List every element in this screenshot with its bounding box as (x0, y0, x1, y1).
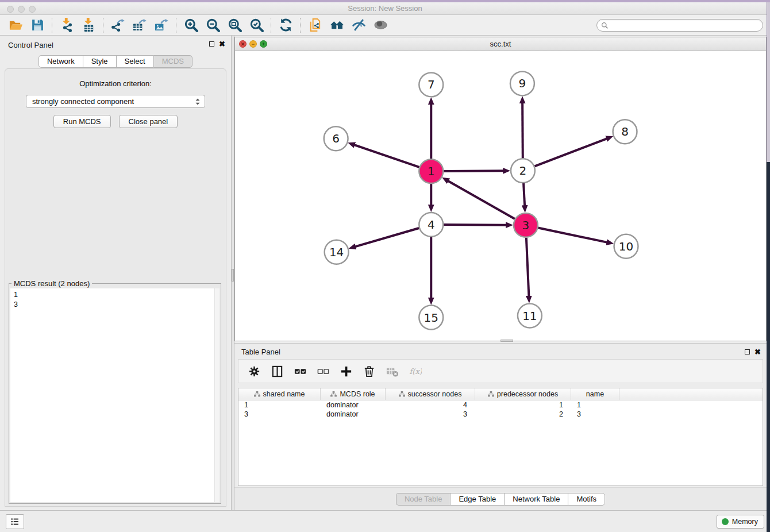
close-panel-icon[interactable]: ✖ (219, 41, 225, 47)
graph-node-1[interactable]: 1 (419, 159, 443, 183)
memory-button[interactable]: Memory (717, 515, 764, 529)
first-neighbors-button[interactable] (326, 17, 348, 34)
graph-edge-4-14[interactable] (353, 228, 419, 247)
graph-node-9[interactable]: 9 (510, 71, 534, 95)
splitter-grip[interactable] (232, 269, 234, 282)
export-table-button[interactable] (129, 17, 151, 34)
graph-edge-3-11[interactable] (526, 238, 529, 298)
graph-node-15[interactable]: 15 (419, 306, 443, 330)
search-input[interactable] (609, 21, 763, 29)
graph-node-10[interactable]: 10 (614, 234, 638, 259)
table-cell[interactable]: 3 (238, 410, 321, 419)
column-header-name[interactable]: name (571, 388, 619, 400)
graph-edge-2-9[interactable] (522, 101, 523, 158)
tab-motifs[interactable]: Motifs (568, 493, 605, 506)
graph-node-8[interactable]: 8 (613, 119, 637, 144)
select-chevrons-icon (194, 97, 202, 106)
table-cell[interactable]: 1 (571, 400, 619, 410)
graph-node-3[interactable]: 3 (514, 213, 538, 237)
mcds-result-text[interactable]: 1 3 (10, 288, 214, 502)
table-header-row: shared nameMCDS rolesuccessor nodesprede… (238, 388, 763, 400)
table-cell[interactable]: dominator (321, 400, 386, 410)
tab-network[interactable]: Network (38, 55, 83, 68)
hide-selected-button[interactable] (348, 17, 369, 34)
criterion-select[interactable]: strongly connected component (26, 95, 205, 108)
column-header-mcds-role[interactable]: MCDS role (321, 388, 386, 400)
uncheck-all-button[interactable] (313, 362, 333, 380)
table-close-panel-icon[interactable]: ✖ (754, 349, 761, 354)
task-history-button[interactable] (6, 514, 24, 529)
gear-button[interactable] (244, 362, 264, 380)
export-image-button[interactable] (151, 17, 172, 34)
graph-node-7[interactable]: 7 (419, 72, 443, 97)
show-all-button[interactable] (369, 17, 391, 34)
columns-button[interactable] (267, 362, 287, 380)
graph-node-11[interactable]: 11 (518, 304, 542, 328)
delete-column-button[interactable] (359, 362, 379, 380)
zoom-selected-button[interactable] (245, 17, 267, 34)
zoom-out-button[interactable] (202, 17, 224, 34)
run-mcds-button[interactable]: Run MCDS (53, 115, 111, 128)
network-canvas[interactable]: 7968124314101511 (235, 51, 766, 341)
result-scrollbar[interactable] (214, 288, 220, 502)
tab-select[interactable]: Select (116, 55, 153, 68)
column-header-label: shared name (263, 390, 305, 398)
graph-edge-2-8[interactable] (534, 138, 608, 166)
graph-edge-4-3[interactable] (444, 225, 508, 225)
check-all-button[interactable] (290, 362, 310, 380)
app-title: Session: New Session (0, 4, 770, 13)
table-cell[interactable]: 4 (386, 400, 475, 410)
save-session-icon (30, 18, 45, 32)
graph-edge-3-1[interactable] (446, 180, 515, 219)
table-cell[interactable]: 1 (238, 400, 321, 410)
close-panel-button[interactable]: Close panel (119, 115, 178, 128)
toolbar-separator (52, 18, 52, 33)
graph-edge-2-3[interactable] (523, 183, 525, 207)
refresh-button[interactable] (275, 17, 297, 34)
table-row[interactable]: 3dominator323 (238, 410, 763, 419)
search-box[interactable] (596, 19, 763, 32)
graph-edge-1-6[interactable] (353, 144, 419, 167)
graph-node-2[interactable]: 2 (511, 159, 535, 183)
graph-node-14[interactable]: 14 (325, 240, 349, 264)
memory-label: Memory (732, 518, 758, 526)
export-network-button[interactable] (107, 17, 129, 34)
status-bar: Memory (0, 510, 770, 532)
tab-network-table[interactable]: Network Table (504, 493, 568, 506)
import-table-button[interactable] (78, 17, 99, 34)
float-panel-icon[interactable] (209, 41, 214, 47)
table-cell[interactable]: 2 (475, 410, 571, 419)
zoom-in-button[interactable] (180, 17, 202, 34)
save-session-button[interactable] (26, 17, 48, 34)
graph-edge-3-10[interactable] (538, 228, 609, 242)
column-header-shared-name[interactable]: shared name (238, 388, 321, 400)
graph-edge-1-2[interactable] (444, 171, 505, 171)
table-float-panel-icon[interactable] (745, 349, 750, 354)
table-cell[interactable]: 3 (571, 410, 619, 419)
column-header-predecessor-nodes[interactable]: predecessor nodes (475, 388, 571, 400)
tab-mcds[interactable]: MCDS (153, 55, 192, 68)
table-panel-header: Table Panel ✖ (234, 344, 767, 358)
mcds-result-title: MCDS result (2 nodes) (11, 279, 92, 288)
graph-node-4[interactable]: 4 (419, 213, 443, 237)
new-network-from-selection-button[interactable] (304, 17, 326, 34)
horizontal-splitter-grip[interactable] (500, 340, 513, 342)
toolbar-icon-group (0, 17, 391, 34)
add-column-button[interactable] (336, 362, 356, 380)
graph-node-label: 14 (329, 245, 344, 259)
desktop-strip-right-top (767, 2, 770, 162)
table-cell[interactable]: 3 (386, 410, 475, 419)
open-session-button[interactable] (5, 17, 26, 34)
table-cell[interactable]: 1 (475, 400, 571, 410)
graph-node-6[interactable]: 6 (324, 126, 348, 151)
tab-node-table[interactable]: Node Table (396, 493, 451, 506)
tab-edge-table[interactable]: Edge Table (450, 493, 504, 506)
import-network-button[interactable] (56, 17, 78, 34)
add-column-icon (340, 365, 353, 378)
column-header-successor-nodes[interactable]: successor nodes (386, 388, 475, 400)
column-tree-icon (488, 391, 494, 397)
table-cell[interactable]: dominator (321, 410, 386, 419)
tab-style[interactable]: Style (83, 55, 116, 68)
zoom-fit-button[interactable] (224, 17, 245, 34)
table-row[interactable]: 1dominator411 (238, 400, 763, 410)
